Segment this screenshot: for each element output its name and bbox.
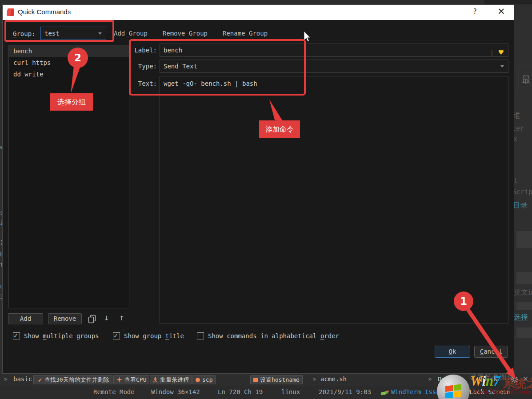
chevron-down-icon [98, 32, 102, 35]
annotation-step-2: 2 [68, 48, 88, 68]
checkbox[interactable] [113, 332, 120, 339]
quickbar-button-view-cpu[interactable]: 查看CPU [113, 375, 149, 384]
option-label: Show group title [124, 332, 184, 339]
label-caption: Label: [130, 46, 157, 55]
status-bar: Remote Mode Window 36×142 Ln 720 Ch 19 l… [0, 386, 532, 399]
group-label: Group: [13, 29, 36, 38]
windterm-logo-icon [7, 8, 14, 16]
background-fragment: 最 [522, 74, 531, 86]
group-select-value: test [44, 30, 60, 37]
square-icon [253, 378, 258, 382]
background-fragment: Script [512, 188, 532, 196]
lock-icon [460, 389, 466, 397]
move-down-icon[interactable]: ↓ [104, 312, 109, 322]
quickbar-item-docker[interactable]: Docker [438, 375, 460, 383]
add-group-button[interactable]: Add Group [113, 30, 148, 37]
close-button[interactable]: × [497, 6, 505, 16]
help-button[interactable]: ? [473, 8, 477, 16]
remove-group-button[interactable]: Remove Group [162, 30, 208, 37]
list-item-dd-write[interactable]: dd write [9, 68, 129, 80]
screen: 最 维 ter x L Script 目录 英文迠 选择 e s i ) p t… [0, 0, 532, 399]
chevron-icon: » [4, 375, 7, 383]
quickbar-item-quick[interactable]: Quick [479, 375, 497, 383]
type-select[interactable]: Send Text [160, 60, 508, 73]
group-actions: Add Group Remove Group Rename Group [113, 27, 268, 40]
ok-button[interactable]: Ok [435, 346, 470, 358]
option-label: Show multiple groups [24, 332, 99, 339]
label-input-value: bench [164, 47, 182, 54]
chevron-down-icon [500, 65, 504, 68]
label-input[interactable]: bench | ♥ [160, 44, 508, 57]
background-box [516, 327, 532, 338]
quickbar-button-scp[interactable]: scp [192, 375, 216, 384]
cancel-button[interactable]: Cancel [474, 346, 508, 358]
gear-icon[interactable] [511, 376, 518, 384]
type-caption: Type: [130, 62, 157, 71]
type-select-value: Send Text [164, 63, 197, 70]
status-cursor-position[interactable]: Ln 720 Ch 19 [218, 388, 263, 395]
background-box [516, 272, 532, 284]
checkbox[interactable] [197, 332, 204, 339]
annotation-step-1: 1 [454, 291, 473, 311]
checkbox[interactable] [13, 332, 20, 339]
quickbar-button-set-hostname[interactable]: 设置hostname [250, 375, 303, 384]
quick-command-bar: » basic 查找30天前的文件并删除 查看CPU 批量杀进程 scp 设置h… [0, 374, 532, 386]
command-list: bench curl https dd write [8, 45, 129, 308]
chevron-icon: » [428, 375, 432, 383]
quickbar-item-acme[interactable]: acme.sh [320, 375, 347, 383]
close-bar-icon[interactable]: ✕ [523, 375, 528, 383]
background-box [516, 302, 532, 310]
status-os[interactable]: linux [281, 388, 300, 395]
status-windterm-issues-link[interactable]: WindTerm Issues [391, 388, 447, 395]
quickbar-button-kill-processes[interactable]: 批量杀进程 [150, 375, 192, 384]
group-select[interactable]: test [40, 27, 106, 40]
text-textarea[interactable]: wget -qO- bench.sh | bash [160, 76, 508, 323]
chevron-icon: » [312, 375, 316, 383]
annotation-add-command: 添加命令 [259, 120, 300, 138]
background-fragment-link: 选择 [514, 313, 528, 322]
background-box [516, 231, 532, 248]
option-label: Show commands in alphabetical order [208, 332, 339, 339]
remove-command-button[interactable]: Remove [48, 313, 82, 324]
status-window-size[interactable]: Window 36×142 [151, 388, 200, 395]
quickbar-button-find-delete[interactable]: 查找30天前的文件并删除 [33, 375, 112, 384]
background-fragment-link: 目录 [513, 201, 528, 210]
pinwheel-icon [116, 377, 122, 383]
rename-group-button[interactable]: Rename Group [222, 30, 268, 37]
bug-icon [380, 390, 389, 397]
background-fragment: 英文迠 [514, 288, 532, 297]
heart-icon[interactable]: ♥ [498, 46, 504, 59]
rocket-icon [153, 377, 158, 383]
status-lock-screen[interactable]: Lock Screen [469, 388, 511, 395]
move-up-icon[interactable]: ↑ [119, 312, 124, 322]
status-datetime[interactable]: 2021/9/11 9:03 [319, 388, 371, 395]
text-textarea-value: wget -qO- bench.sh | bash [164, 80, 257, 87]
title-bar: Quick Commands ? × [3, 5, 514, 20]
dialog-title: Quick Commands [18, 8, 71, 16]
option-show-multiple-groups[interactable]: Show multiple groups [13, 331, 99, 340]
status-remote-mode[interactable]: Remote Mode [93, 388, 135, 395]
cursor-icon [36, 377, 42, 383]
background-top-strip [0, 0, 532, 4]
copy-icon[interactable] [87, 314, 97, 324]
quickbar-group-basic[interactable]: basic [13, 375, 32, 383]
background-top-right-box [484, 0, 532, 4]
circle-icon [196, 378, 200, 382]
option-alphabetical-order[interactable]: Show commands in alphabetical order [197, 331, 339, 340]
text-caption: Text: [130, 79, 157, 88]
add-command-button[interactable]: Add [8, 313, 43, 324]
option-show-group-title[interactable]: Show group title [113, 331, 184, 340]
field-separator: | [490, 46, 494, 59]
annotation-select-group: 选择分组 [50, 93, 93, 111]
background-fragment: L [514, 177, 518, 185]
